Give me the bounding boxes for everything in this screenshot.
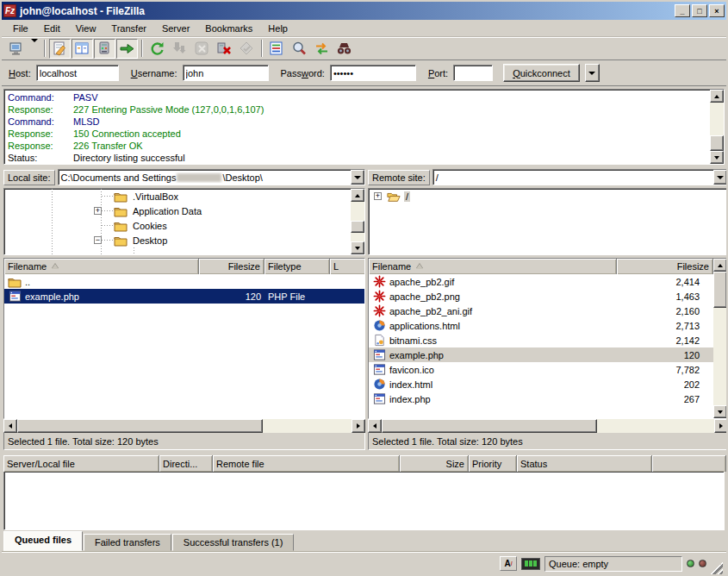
file-row-example-php[interactable]: example.php 120 <box>369 347 713 362</box>
title-bar[interactable]: Fz john@localhost - FileZilla _ □ × <box>2 2 726 20</box>
column-header-filesize[interactable]: Filesize <box>199 259 264 274</box>
scroll-down-button[interactable] <box>710 151 724 164</box>
file-row-index-php[interactable]: index.php 267 <box>369 391 713 406</box>
menu-bookmarks[interactable]: Bookmarks <box>197 22 260 35</box>
menu-view[interactable]: View <box>68 22 104 35</box>
menu-transfer[interactable]: Transfer <box>103 22 154 35</box>
site-manager-dropdown-button[interactable] <box>28 39 40 59</box>
tab-failed-transfers[interactable]: Failed transfers <box>84 534 171 551</box>
tab-queued-files[interactable]: Queued files <box>3 531 83 551</box>
toggle-local-tree-icon <box>74 41 90 57</box>
remote-site-combobox[interactable]: / <box>432 169 728 185</box>
plus-expander-icon[interactable]: + <box>374 192 382 200</box>
scroll-right-button[interactable] <box>714 419 728 433</box>
disconnect-button[interactable] <box>214 39 235 59</box>
menu-file[interactable]: File <box>5 22 36 35</box>
scroll-up-button[interactable] <box>351 189 364 202</box>
scroll-down-button[interactable] <box>713 405 727 418</box>
username-input[interactable] <box>183 65 269 81</box>
port-input[interactable] <box>453 65 493 81</box>
site-manager-icon <box>8 41 24 57</box>
remote-site-dropdown-button[interactable] <box>713 170 727 185</box>
directory-listing-filters-button[interactable] <box>266 39 288 59</box>
scrollbar-thumb[interactable] <box>713 272 727 308</box>
column-header-filename[interactable]: Filename <box>369 259 617 274</box>
toggle-remote-tree-button[interactable] <box>94 39 115 59</box>
scrollbar-thumb[interactable] <box>351 221 364 233</box>
scroll-up-button[interactable] <box>710 90 724 103</box>
toggle-message-log-button[interactable] <box>49 39 71 59</box>
column-header-filetype[interactable]: Filetype <box>264 259 330 274</box>
host-input[interactable] <box>36 65 119 81</box>
queue-column-size[interactable]: Size <box>400 455 469 472</box>
queue-body[interactable] <box>3 472 725 530</box>
column-header-filename[interactable]: Filename <box>4 259 199 274</box>
speed-limit-icon[interactable] <box>521 558 540 570</box>
maximize-button[interactable]: □ <box>692 4 707 17</box>
file-row-apache-pb2-png[interactable]: apache_pb2.png 1,463 <box>369 289 713 304</box>
local-tree-scrollbar[interactable] <box>351 189 364 254</box>
column-header-l[interactable]: L <box>330 259 364 274</box>
file-row-apache-pb2-ani-gif[interactable]: apache_pb2_ani.gif 2,160 <box>369 304 713 318</box>
resize-grip[interactable] <box>711 562 723 574</box>
file-row-favicon-ico[interactable]: favicon.ico 7,782 <box>369 362 713 377</box>
queue-column-remote-file[interactable]: Remote file <box>213 455 400 472</box>
tree-item-root[interactable]: + / <box>369 189 727 203</box>
queue-column-blank[interactable] <box>652 455 726 472</box>
close-button[interactable]: × <box>709 4 725 17</box>
queue-column-priority[interactable]: Priority <box>469 455 517 472</box>
scroll-left-button[interactable] <box>3 419 17 433</box>
quickconnect-button[interactable]: Quickconnect <box>503 64 580 82</box>
queue-column-directi-[interactable]: Directi... <box>159 455 213 472</box>
menu-server[interactable]: Server <box>154 22 197 35</box>
scrollbar-thumb[interactable] <box>17 419 263 433</box>
toggle-transfer-queue-button[interactable] <box>116 39 138 59</box>
menu-edit[interactable]: Edit <box>36 22 68 35</box>
file-row--[interactable]: .. <box>4 274 364 289</box>
minimize-button[interactable]: _ <box>675 4 690 17</box>
remote-list-scrollbar[interactable] <box>713 259 727 418</box>
refresh-button[interactable] <box>146 39 168 59</box>
tab-successful-transfers-1-[interactable]: Successful transfers (1) <box>172 534 295 551</box>
queue-column-status[interactable]: Status <box>517 455 652 472</box>
synchronized-browsing-button[interactable] <box>311 39 333 59</box>
scrollbar-thumb[interactable] <box>382 419 597 433</box>
file-row-bitnami-css[interactable]: bitnami.css 2,142 <box>369 333 713 347</box>
plus-expander-icon[interactable]: + <box>94 207 102 215</box>
tree-item--virtualbox[interactable]: .VirtualBox <box>4 189 364 203</box>
menu-help[interactable]: Help <box>260 22 296 35</box>
file-row-index-html[interactable]: index.html 202 <box>369 377 713 391</box>
process-queue-icon <box>171 41 188 57</box>
local-list-header: Filename Filesize Filetype L <box>4 259 364 274</box>
minus-expander-icon[interactable]: − <box>94 236 102 244</box>
site-manager-button[interactable] <box>5 39 27 59</box>
scroll-down-button[interactable] <box>351 241 364 254</box>
tree-item-cookies[interactable]: Cookies <box>4 218 364 233</box>
scroll-up-button[interactable] <box>713 259 727 272</box>
directory-comparison-button[interactable] <box>289 39 310 59</box>
scroll-right-button[interactable] <box>352 419 365 433</box>
tree-item-desktop[interactable]: − Desktop <box>4 233 364 247</box>
message-log-scrollbar[interactable] <box>710 90 724 164</box>
file-row-example-php[interactable]: example.php 120 PHP File 1 <box>4 289 364 304</box>
reconnect-button[interactable] <box>236 39 258 59</box>
find-files-button[interactable] <box>333 39 355 59</box>
folder-file-icon <box>8 275 22 289</box>
cancel-operation-button[interactable] <box>191 39 213 59</box>
scroll-left-button[interactable] <box>368 419 382 433</box>
process-queue-button[interactable] <box>169 39 190 59</box>
file-row-apache-pb2-gif[interactable]: apache_pb2.gif 2,414 <box>369 274 713 289</box>
transfer-type-icon[interactable]: A/ <box>500 556 517 571</box>
column-header-filesize[interactable]: Filesize <box>617 259 713 274</box>
queue-column-server-local-file[interactable]: Server/Local file <box>3 455 159 472</box>
toggle-local-tree-button[interactable] <box>72 39 93 59</box>
local-hscrollbar[interactable] <box>3 419 365 433</box>
tree-item-application-data[interactable]: + Application Data <box>4 203 364 218</box>
scrollbar-thumb[interactable] <box>710 135 724 151</box>
local-site-dropdown-button[interactable] <box>351 170 364 185</box>
password-input[interactable] <box>330 65 416 81</box>
local-site-combobox[interactable]: C:\Documents and Settings\Desktop\ <box>58 169 365 185</box>
quickconnect-dropdown-button[interactable] <box>585 64 600 82</box>
file-row-applications-html[interactable]: applications.html 2,713 <box>369 318 713 333</box>
remote-hscrollbar[interactable] <box>368 419 728 433</box>
